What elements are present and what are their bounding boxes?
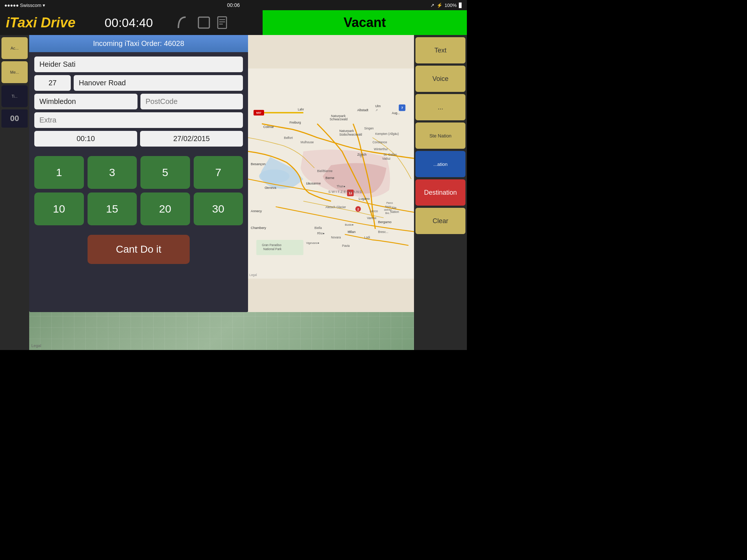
svg-text:Nation: Nation	[390, 210, 399, 214]
customer-name-input[interactable]	[34, 57, 243, 72]
extra-input[interactable]	[34, 112, 243, 128]
num-5-button[interactable]: 5	[140, 156, 190, 189]
map-svg: N57 7 13 2 Lahr Ulm ↗	[248, 35, 414, 312]
svg-text:Rho●: Rho●	[317, 232, 325, 235]
svg-text:N57: N57	[256, 111, 262, 114]
order-dialog: Incoming iTaxi Order: 46028 1 3 5	[29, 35, 248, 312]
svg-text:Albstadt: Albstadt	[357, 108, 369, 112]
svg-text:Singen: Singen	[364, 127, 374, 130]
bluetooth-icon: ⚡	[437, 3, 442, 8]
svg-text:2: 2	[357, 207, 359, 211]
clear-button[interactable]: Clear	[415, 208, 465, 234]
header-icons	[175, 13, 229, 32]
status-bar: ●●●●● Swisscom ▾ 00:06 ↗ ⚡ 100% ▊	[0, 0, 467, 10]
svg-text:Parco: Parco	[386, 202, 393, 204]
svg-text:Lecco: Lecco	[370, 209, 378, 213]
status-left: ●●●●● Swisscom ▾	[4, 3, 45, 8]
sidebar-account-btn[interactable]: Ac...	[1, 37, 28, 59]
svg-text:St. Gallen: St. Gallen	[384, 153, 397, 156]
vacant-button[interactable]: Vacant	[263, 10, 467, 35]
num-20-button[interactable]: 20	[140, 192, 190, 225]
date-input[interactable]	[140, 131, 243, 147]
num-3-button[interactable]: 3	[88, 156, 137, 189]
svg-text:National Park: National Park	[263, 247, 282, 251]
svg-text:Varese: Varese	[367, 216, 376, 220]
svg-text:Lahr: Lahr	[298, 108, 304, 111]
sidebar-message-btn[interactable]: Me...	[1, 61, 28, 83]
svg-rect-1	[218, 17, 227, 28]
carrier-text: ●●●●● Swisscom ▾	[4, 3, 45, 8]
street-input[interactable]	[74, 75, 243, 91]
svg-text:Mulhouse: Mulhouse	[301, 140, 314, 144]
cant-do-button[interactable]: Cant Do it	[88, 235, 190, 264]
svg-text:Winterthur: Winterthur	[374, 147, 388, 151]
svg-text:Belfort: Belfort	[284, 136, 293, 140]
sidebar-time-display: 00	[1, 109, 28, 128]
svg-point-56	[349, 230, 351, 233]
svg-text:↗: ↗	[375, 109, 378, 112]
svg-text:Zürich: Zürich	[357, 153, 367, 156]
svg-text:Busto●: Busto●	[345, 223, 353, 226]
svg-point-35	[360, 155, 362, 158]
time-input[interactable]	[34, 131, 137, 147]
house-number-input[interactable]	[34, 75, 71, 91]
num-10-button[interactable]: 10	[34, 192, 84, 225]
svg-rect-0	[198, 17, 209, 28]
left-sidebar: Ac... Me... Ti... 00	[0, 35, 29, 350]
app-title: iTaxi Drive	[0, 15, 76, 31]
time-date-row	[34, 131, 243, 147]
svg-text:Aletsch Glacier: Aletsch Glacier	[325, 205, 346, 209]
misc-button[interactable]: ...	[415, 94, 465, 120]
status-right: ↗ ⚡ 100% ▊	[430, 3, 462, 8]
destination-button[interactable]: Destination	[415, 179, 465, 206]
order-map: N57 7 13 2 Lahr Ulm ↗	[248, 35, 414, 312]
svg-text:Naturpark: Naturpark	[339, 129, 354, 133]
numpad-row-1: 1 3 5 7	[34, 156, 243, 189]
svg-text:Vigevano●: Vigevano●	[306, 241, 319, 245]
svg-text:Berne: Berne	[325, 176, 334, 180]
svg-text:Colmar: Colmar	[263, 125, 274, 129]
text-button[interactable]: Text	[415, 37, 465, 63]
svg-text:Lugano: Lugano	[359, 197, 369, 201]
address-row	[34, 75, 243, 91]
svg-text:Constance: Constance	[372, 140, 387, 144]
voice-button[interactable]: Voice	[415, 66, 465, 92]
tablet-icon	[197, 15, 211, 30]
order-form	[29, 52, 248, 154]
svg-text:Annecy: Annecy	[251, 209, 262, 213]
numpad-row-2: 10 15 20 30	[34, 192, 243, 225]
svg-text:Bergamo: Bergamo	[378, 221, 391, 224]
svg-text:Ste: Ste	[392, 206, 396, 210]
main-content: Legal Incoming iTaxi Order: 46028 1	[29, 35, 414, 350]
svg-text:Biella: Biella	[314, 226, 322, 230]
ste-nation-button[interactable]: Ste Nation	[415, 122, 465, 149]
svg-text:Thun●: Thun●	[337, 184, 345, 188]
svg-text:Chambery: Chambery	[251, 226, 266, 230]
area-input[interactable]	[34, 94, 138, 109]
num-1-button[interactable]: 1	[34, 156, 84, 189]
svg-text:Schwarzwald: Schwarzwald	[330, 117, 348, 121]
num-15-button[interactable]: 15	[88, 192, 137, 225]
svg-text:Pavia: Pavia	[342, 244, 350, 248]
num-30-button[interactable]: 30	[194, 192, 243, 225]
svg-text:Biel/Bienne: Biel/Bienne	[317, 169, 333, 173]
bg-map-legal: Legal	[31, 343, 41, 348]
ation-button[interactable]: ...ation	[415, 151, 465, 177]
svg-text:Südschwarzwald: Südschwarzwald	[339, 133, 362, 136]
session-timer: 00:04:40	[105, 16, 153, 30]
svg-text:Vaduz: Vaduz	[382, 157, 391, 160]
svg-text:Freiburg: Freiburg	[290, 121, 301, 125]
battery-text: 100%	[445, 3, 457, 8]
svg-text:Gran Paradiso: Gran Paradiso	[262, 243, 282, 247]
postcode-input[interactable]	[140, 94, 243, 109]
svg-text:Naturpark: Naturpark	[331, 114, 346, 118]
svg-text:Bresc...: Bresc...	[378, 230, 388, 234]
numpad: 1 3 5 7 10 15 20 30	[29, 154, 248, 231]
right-sidebar: Text Voice ... Ste Nation ...ation Desti…	[414, 35, 467, 350]
num-7-button[interactable]: 7	[194, 156, 243, 189]
semicircle-icon	[175, 13, 193, 32]
svg-text:Kempten (Allgäu): Kempten (Allgäu)	[375, 132, 399, 136]
location-icon: ↗	[430, 3, 434, 8]
sidebar-timer-btn[interactable]: Ti...	[1, 85, 28, 107]
svg-point-45	[266, 187, 268, 188]
